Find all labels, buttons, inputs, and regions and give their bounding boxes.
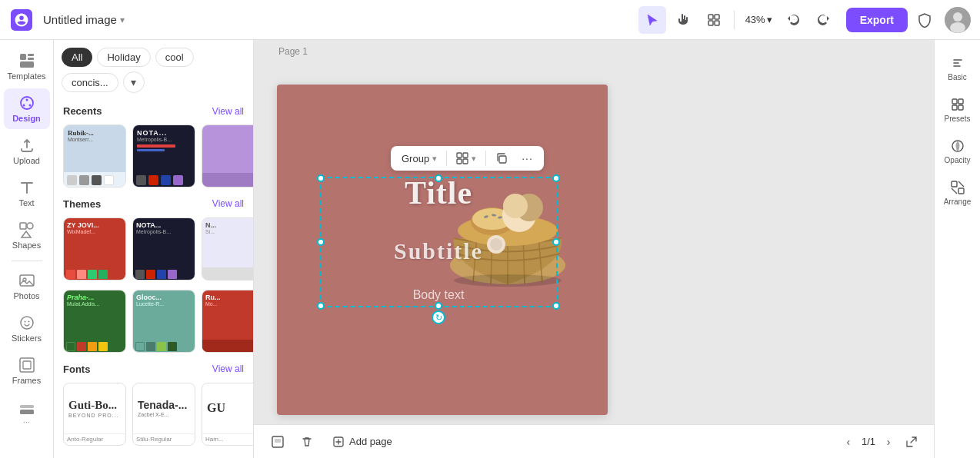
user-avatar[interactable] — [945, 7, 971, 33]
tool-grid-button[interactable] — [700, 6, 728, 34]
svg-point-21 — [21, 317, 33, 329]
page-indicator: 1/1 — [862, 436, 875, 447]
recent-card-1[interactable]: Rubik-... Montserr... — [63, 124, 126, 188]
svg-rect-54 — [952, 99, 957, 104]
svg-point-14 — [22, 105, 25, 107]
right-panel-presets-label: Presets — [945, 114, 971, 123]
group-copy-button[interactable] — [489, 149, 514, 168]
sidebar-item-frames[interactable]: Frames — [4, 350, 50, 391]
sidebar-item-design-label: Design — [12, 114, 41, 123]
sidebar-item-text[interactable]: Text — [4, 173, 50, 214]
filter-more-button[interactable]: ▾ — [123, 71, 145, 93]
sidebar-item-design[interactable]: Design — [4, 88, 50, 129]
right-panel-opacity[interactable]: Opacity — [938, 132, 978, 171]
canvas-title-text[interactable]: Title — [319, 177, 558, 209]
delete-page-button[interactable] — [295, 430, 318, 453]
group-label-button[interactable]: Group ▾ — [395, 150, 443, 168]
tool-pointer-button[interactable] — [638, 6, 666, 34]
title-chevron-icon[interactable]: ▾ — [120, 15, 125, 25]
theme-card-3[interactable]: N... Si... — [202, 217, 253, 280]
fonts-title: Fonts — [63, 363, 90, 375]
undo-button[interactable] — [780, 6, 808, 34]
tool-hand-button[interactable] — [669, 6, 697, 34]
svg-rect-49 — [463, 159, 468, 164]
fonts-section-header: Fonts View all — [54, 359, 253, 380]
page-thumbnail-button[interactable] — [266, 430, 289, 453]
shield-button[interactable] — [911, 6, 938, 34]
group-label: Group — [402, 153, 429, 164]
page-prev-button[interactable]: ‹ — [838, 432, 858, 452]
theme-card-6[interactable]: Ru... Mo... — [202, 290, 253, 353]
filter-concise[interactable]: concis... — [62, 73, 118, 92]
font-card-2-sub: Stilu-Regular — [133, 433, 195, 445]
recent-card-3[interactable] — [202, 124, 253, 188]
group-toolbar-divider-1 — [446, 151, 447, 166]
resize-handle-bm[interactable] — [435, 302, 442, 310]
canvas-subtitle-text[interactable]: Subtitle — [319, 238, 558, 264]
zoom-button[interactable]: 43% ▾ — [741, 11, 777, 28]
rotate-handle[interactable]: ↻ — [432, 310, 445, 324]
svg-rect-57 — [958, 105, 963, 110]
svg-line-62 — [958, 181, 964, 187]
recents-view-all[interactable]: View all — [212, 106, 244, 117]
theme-card-4[interactable]: Praha-... Mulat.Addis... — [63, 290, 126, 353]
theme-card-1[interactable]: ZY JOVI... WixMadef... — [63, 217, 126, 280]
right-panel-arrange[interactable]: Arrange — [938, 174, 978, 212]
themes-view-all[interactable]: View all — [212, 198, 244, 209]
sidebar-item-templates[interactable]: Templates — [4, 46, 50, 87]
main-area: Templates Design Upload Text Shapes Phot… — [0, 40, 980, 458]
sidebar-item-shapes-label: Shapes — [12, 241, 41, 250]
svg-rect-55 — [958, 99, 963, 104]
svg-rect-10 — [28, 58, 34, 60]
font-card-1-sub: Anto-Regular — [64, 433, 125, 445]
filter-holiday[interactable]: Holiday — [97, 48, 150, 67]
svg-rect-26 — [20, 410, 34, 414]
group-toolbar: Group ▾ ▾ ··· — [391, 146, 544, 171]
sidebar-item-upload[interactable]: Upload — [4, 131, 50, 171]
resize-handle-br[interactable] — [552, 302, 560, 310]
sidebar-item-stickers[interactable]: Stickers — [4, 308, 50, 349]
group-more-button[interactable]: ··· — [515, 149, 539, 168]
right-panel-basic[interactable]: Basic — [938, 49, 978, 88]
right-panel-presets[interactable]: Presets — [938, 91, 978, 129]
fonts-view-all[interactable]: View all — [212, 363, 244, 374]
group-layout-button[interactable]: ▾ — [450, 149, 482, 168]
theme-card-2[interactable]: NOTA... Metropolis-B... — [132, 217, 195, 280]
recents-card-row: Rubik-... Montserr... NOTA... — [54, 121, 253, 194]
svg-rect-47 — [463, 153, 468, 158]
more-icon: ··· — [522, 152, 533, 164]
redo-button[interactable] — [809, 6, 837, 34]
export-button[interactable]: Export — [846, 8, 908, 32]
sidebar-item-shapes[interactable]: Shapes — [4, 215, 50, 256]
group-toolbar-divider-2 — [485, 151, 486, 166]
font-card-1[interactable]: Guti-Bo... BEYOND PRO... Anto-Regular — [63, 383, 126, 446]
app-logo[interactable] — [9, 8, 34, 32]
layout-chevron-icon: ▾ — [472, 154, 476, 164]
page-next-button[interactable]: › — [878, 432, 898, 452]
expand-button[interactable] — [902, 432, 922, 452]
themes-section-header: Themes View all — [54, 194, 253, 214]
right-panel-arrange-label: Arrange — [944, 197, 972, 206]
canvas-scroll[interactable]: Page 1 — [254, 40, 934, 424]
svg-marker-18 — [22, 231, 31, 237]
sidebar-item-photos[interactable]: Photos — [4, 266, 50, 307]
document-title-area[interactable]: Untitled image ▾ — [43, 13, 125, 26]
font-card-3[interactable]: GU Ham... — [202, 383, 253, 446]
sidebar-item-more-label: ··· — [23, 418, 29, 426]
recent-card-2[interactable]: NOTA... Metropolis-B... — [132, 124, 195, 188]
sidebar-item-more[interactable]: ··· — [4, 393, 50, 433]
right-panel-basic-label: Basic — [948, 73, 966, 81]
theme-card-5[interactable]: Glooc... Lucette-R... — [132, 290, 195, 353]
canvas-body-text[interactable]: Body text — [319, 288, 558, 302]
fonts-card-row: Guti-Bo... BEYOND PRO... Anto-Regular Te… — [54, 380, 253, 450]
svg-rect-50 — [499, 156, 506, 163]
filter-cool[interactable]: cool — [155, 48, 194, 67]
add-page-button[interactable]: Add page — [325, 433, 400, 451]
toolbar-divider — [734, 11, 735, 29]
filter-all[interactable]: All — [62, 48, 92, 67]
canvas-page[interactable]: ↻ Title Subtitle Body text Group ▾ ▾ — [277, 85, 608, 415]
svg-rect-46 — [457, 153, 462, 158]
font-card-2[interactable]: Tenada-... Zacbel X-E... Stilu-Regular — [132, 383, 195, 446]
font-card-3-sub: Ham... — [202, 433, 253, 445]
resize-handle-bl[interactable] — [317, 302, 325, 310]
